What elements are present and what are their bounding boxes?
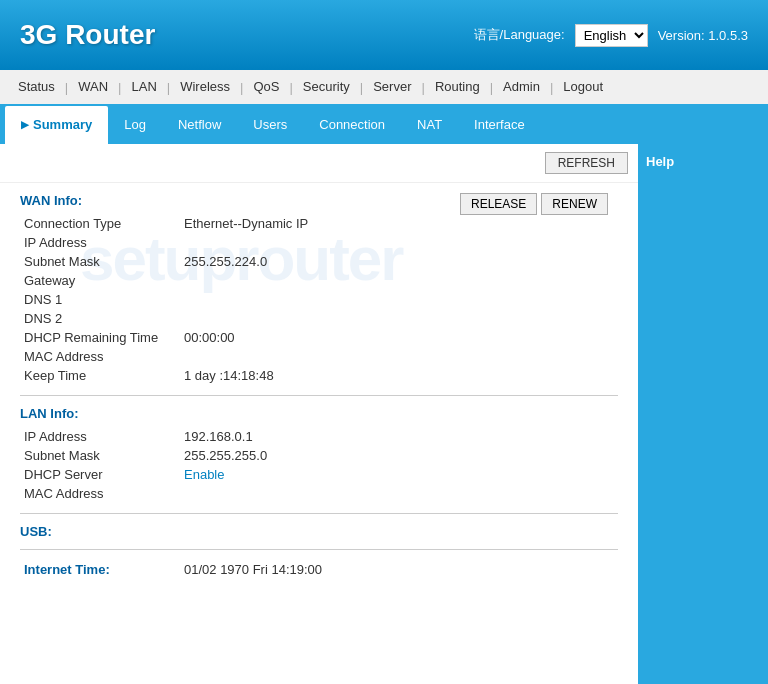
nav-wireless[interactable]: Wireless xyxy=(172,69,238,105)
nav-wan[interactable]: WAN xyxy=(70,69,116,105)
subnav-users[interactable]: Users xyxy=(237,106,303,144)
content-area: REFRESH setuprouter WAN Info: RELEASE RE… xyxy=(0,144,638,684)
table-row: DHCP Remaining Time 00:00:00 xyxy=(20,328,618,347)
divider-3 xyxy=(20,549,618,550)
table-row: Subnet Mask 255.255.255.0 xyxy=(20,446,618,465)
table-row: MAC Address xyxy=(20,484,618,503)
nav-status[interactable]: Status xyxy=(10,69,63,105)
nav-qos[interactable]: QoS xyxy=(245,69,287,105)
nav-routing[interactable]: Routing xyxy=(427,69,488,105)
refresh-button[interactable]: REFRESH xyxy=(545,152,628,174)
header-right: 语言/Language: English Version: 1.0.5.3 xyxy=(474,24,748,47)
nav-server[interactable]: Server xyxy=(365,69,419,105)
help-sidebar: Help xyxy=(638,144,768,684)
table-row: DNS 2 xyxy=(20,309,618,328)
subnav-nat[interactable]: NAT xyxy=(401,106,458,144)
lan-info-table: IP Address 192.168.0.1 Subnet Mask 255.2… xyxy=(20,427,618,503)
logo: 3G Router xyxy=(20,19,155,51)
subnav: Summary Log Netflow Users Connection NAT… xyxy=(0,106,768,144)
nav-logout[interactable]: Logout xyxy=(555,69,611,105)
renew-button[interactable]: RENEW xyxy=(541,193,608,215)
lan-info-section: LAN Info: IP Address 192.168.0.1 Subnet … xyxy=(20,406,618,503)
refresh-bar: REFRESH xyxy=(0,144,638,183)
wan-actions: RELEASE RENEW xyxy=(460,193,608,215)
table-row: IP Address xyxy=(20,233,618,252)
table-row: Connection Type Ethernet--Dynamic IP xyxy=(20,214,618,233)
wan-info-section: WAN Info: RELEASE RENEW Connection Type … xyxy=(20,193,618,385)
table-row: IP Address 192.168.0.1 xyxy=(20,427,618,446)
table-row: MAC Address xyxy=(20,347,618,366)
content-inner: setuprouter WAN Info: RELEASE RENEW Conn… xyxy=(0,183,638,595)
usb-section: USB: xyxy=(20,524,618,539)
subnav-interface[interactable]: Interface xyxy=(458,106,541,144)
wan-info-table: Connection Type Ethernet--Dynamic IP IP … xyxy=(20,214,618,385)
release-button[interactable]: RELEASE xyxy=(460,193,537,215)
subnav-summary[interactable]: Summary xyxy=(5,106,108,144)
nav-security[interactable]: Security xyxy=(295,69,358,105)
subnav-netflow[interactable]: Netflow xyxy=(162,106,237,144)
main-wrapper: REFRESH setuprouter WAN Info: RELEASE RE… xyxy=(0,144,768,684)
nav-admin[interactable]: Admin xyxy=(495,69,548,105)
language-select[interactable]: English xyxy=(575,24,648,47)
help-label: Help xyxy=(646,154,674,169)
table-row: Gateway xyxy=(20,271,618,290)
table-row: Internet Time: 01/02 1970 Fri 14:19:00 xyxy=(20,560,618,579)
lang-label: 语言/Language: xyxy=(474,26,565,44)
header: 3G Router 语言/Language: English Version: … xyxy=(0,0,768,70)
version-label: Version: 1.0.5.3 xyxy=(658,28,748,43)
table-row: DHCP Server Enable xyxy=(20,465,618,484)
table-row: Keep Time 1 day :14:18:48 xyxy=(20,366,618,385)
navbar: Status | WAN | LAN | Wireless | QoS | Se… xyxy=(0,70,768,106)
divider-1 xyxy=(20,395,618,396)
subnav-log[interactable]: Log xyxy=(108,106,162,144)
lan-info-title: LAN Info: xyxy=(20,406,618,421)
divider-2 xyxy=(20,513,618,514)
subnav-connection[interactable]: Connection xyxy=(303,106,401,144)
usb-title: USB: xyxy=(20,524,618,539)
table-row: Subnet Mask 255.255.224.0 xyxy=(20,252,618,271)
internet-time-section: Internet Time: 01/02 1970 Fri 14:19:00 xyxy=(20,560,618,579)
nav-lan[interactable]: LAN xyxy=(124,69,165,105)
internet-time-table: Internet Time: 01/02 1970 Fri 14:19:00 xyxy=(20,560,618,579)
table-row: DNS 1 xyxy=(20,290,618,309)
